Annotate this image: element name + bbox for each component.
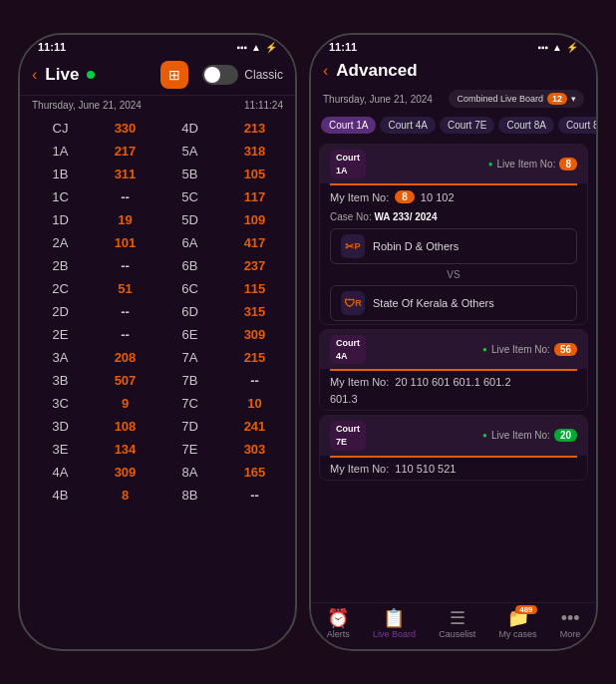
court-value: 309 xyxy=(93,461,157,484)
back-button[interactable]: ‹ xyxy=(32,66,37,84)
court-value: 507 xyxy=(93,369,157,392)
court-value: -- xyxy=(93,254,157,277)
nav-icon-wrap: ••• xyxy=(561,609,580,627)
court-label: 3D xyxy=(28,415,93,438)
court-label: 4B xyxy=(28,484,93,507)
court-label: 2E xyxy=(28,323,93,346)
court-label: 5D xyxy=(157,208,222,231)
nav-item[interactable]: 📁489My cases xyxy=(499,609,537,639)
court-value: 215 xyxy=(222,346,287,369)
court-label: 2C xyxy=(28,277,93,300)
court-label: 6D xyxy=(157,300,222,323)
party-icon: 🛡R xyxy=(341,291,365,315)
court-value: 315 xyxy=(222,300,287,323)
my-item-row: My Item No:20 110 601 601.1 601.2 xyxy=(320,371,587,393)
nav-icon-wrap: ☰ xyxy=(450,609,465,627)
party-name: State Of Kerala & Others xyxy=(373,297,494,309)
classic-toggle[interactable] xyxy=(202,65,238,85)
live-item-number: 20 xyxy=(554,429,577,442)
nav-item[interactable]: 📋Live Board xyxy=(373,609,416,639)
live-item-label: Live Item No: xyxy=(497,159,556,170)
left-header: ‹ Live ⊞ Classic xyxy=(20,55,295,96)
classic-label: Classic xyxy=(244,68,283,82)
live-item-number: 56 xyxy=(554,343,577,356)
court-label: 1B xyxy=(28,163,93,185)
court-value: 213 xyxy=(222,117,287,140)
court-section: Court 4A●Live Item No:56My Item No:20 11… xyxy=(319,329,588,411)
left-status-icons: ▪▪▪ ▲ ⚡ xyxy=(236,42,277,53)
court-label: 7C xyxy=(157,392,222,415)
combined-board-button[interactable]: Combined Live Board 12 ▾ xyxy=(449,90,584,108)
court-tab[interactable]: Court 8A xyxy=(498,117,553,134)
other-items: 110 510 521 xyxy=(395,463,456,475)
classic-toggle-area[interactable]: Classic xyxy=(202,65,283,85)
court-tab[interactable]: Court 4A xyxy=(380,117,435,134)
extra-items-row: 601.3 xyxy=(320,393,587,410)
court-tab[interactable]: Court 8 xyxy=(558,117,596,134)
advanced-date: Thursday, June 21, 2024 xyxy=(323,94,433,105)
party-name: Robin D & Others xyxy=(373,240,459,252)
right-status-icons: ▪▪▪ ▲ ⚡ xyxy=(537,42,578,53)
courts-grid: CJ3304D2131A2175A3181B3115B1051C--5C1171… xyxy=(20,115,295,509)
court-value: 217 xyxy=(93,140,157,163)
courts-grid-container: CJ3304D2131A2175A3181B3115B1051C--5C1171… xyxy=(20,115,295,619)
nav-icon: ☰ xyxy=(450,608,465,628)
nav-item[interactable]: •••More xyxy=(560,609,581,639)
nav-item[interactable]: ⏰Alerts xyxy=(327,609,350,639)
nav-icon: ••• xyxy=(561,608,580,628)
court-label: 1C xyxy=(28,185,93,208)
left-time-display: 11:11:24 xyxy=(244,100,283,111)
party-row: 🛡RState Of Kerala & Others xyxy=(330,285,577,321)
court-value: 303 xyxy=(222,438,287,461)
left-date: Thursday, June 21, 2024 xyxy=(32,100,142,111)
advanced-date-row: Thursday, June 21, 2024 Combined Live Bo… xyxy=(311,87,596,111)
board-icon[interactable]: ⊞ xyxy=(160,61,188,89)
other-items: 10 102 xyxy=(421,191,455,203)
bottom-nav: ⏰Alerts📋Live Board☰Causelist📁489My cases… xyxy=(311,602,596,649)
court-label: 2D xyxy=(28,300,93,323)
court-value: 108 xyxy=(93,415,157,438)
court-label: 2A xyxy=(28,231,93,254)
live-item-row: ●Live Item No:8 xyxy=(488,158,577,171)
court-value: 134 xyxy=(93,438,157,461)
court-value: 105 xyxy=(222,163,287,185)
court-section-header: Court 7E●Live Item No:20 xyxy=(320,416,587,455)
court-value: 9 xyxy=(93,392,157,415)
vs-row: VS xyxy=(320,267,587,282)
court-value: 165 xyxy=(222,461,287,484)
court-label: 7D xyxy=(157,415,222,438)
other-items: 20 110 601 601.1 601.2 xyxy=(395,376,510,388)
court-section: Court 7E●Live Item No:20My Item No:110 5… xyxy=(319,415,588,480)
court-value: 417 xyxy=(222,231,287,254)
my-item-badge: 8 xyxy=(395,190,415,203)
nav-item[interactable]: ☰Causelist xyxy=(439,609,475,639)
court-value: 10 xyxy=(222,392,287,415)
court-value: 330 xyxy=(93,117,157,140)
nav-icon-wrap: 📋 xyxy=(383,609,405,627)
court-label: 7E xyxy=(157,438,222,461)
court-label: 3C xyxy=(28,392,93,415)
combined-label: Combined Live Board xyxy=(457,94,543,104)
right-status-bar: 11:11 ▪▪▪ ▲ ⚡ xyxy=(311,35,596,55)
court-label: 2B xyxy=(28,254,93,277)
court-tab[interactable]: Court 7E xyxy=(440,117,494,134)
live-dot-icon: ● xyxy=(482,345,487,354)
court-label: 4D xyxy=(157,117,222,140)
nav-icon: ⏰ xyxy=(327,608,349,628)
left-title: Live xyxy=(45,65,79,85)
live-item-label: Live Item No: xyxy=(491,430,550,441)
party-row: ✂PRobin D & Others xyxy=(330,228,577,264)
court-label: 8A xyxy=(157,461,222,484)
court-label: 5A xyxy=(157,140,222,163)
left-time: 11:11 xyxy=(38,41,66,53)
left-status-bar: 11:11 ▪▪▪ ▲ ⚡ xyxy=(20,35,295,55)
court-label: 1A xyxy=(28,140,93,163)
nav-label: Live Board xyxy=(373,629,416,639)
right-back-button[interactable]: ‹ xyxy=(323,62,328,80)
court-section-header: Court 4A●Live Item No:56 xyxy=(320,330,587,369)
nav-icon: 📋 xyxy=(383,608,405,628)
court-tab[interactable]: Court 1A xyxy=(321,117,376,134)
court-label: 3E xyxy=(28,438,93,461)
case-number: WA 233/ 2024 xyxy=(374,211,437,222)
court-label: 6B xyxy=(157,254,222,277)
